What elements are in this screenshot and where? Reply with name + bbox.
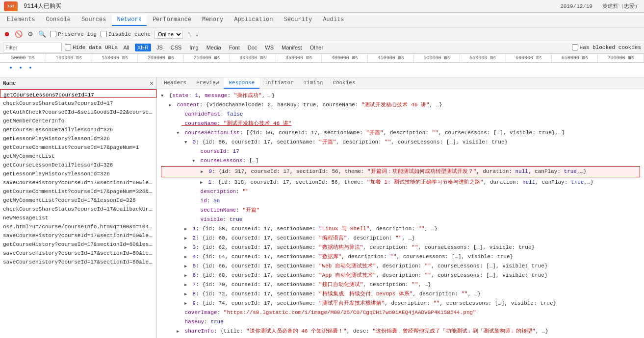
request-item-12[interactable]: getMyCommentList?courseId=17&lessonId=32… — [0, 195, 156, 204]
request-item-3[interactable]: getMemberCenterInfo — [0, 116, 156, 124]
filter-font-button[interactable]: Font — [227, 44, 242, 51]
expand-icon[interactable] — [192, 157, 197, 166]
filter-media-button[interactable]: Media — [204, 44, 224, 51]
request-item-4[interactable]: getCourseLessonDetail?lessonId=326 — [0, 124, 156, 133]
has-blocked-cookies-label[interactable]: Has blocked cookies — [572, 44, 641, 50]
json-section-4[interactable]: 4: {id: 64, courseId: 17, sectionName: "… — [161, 252, 640, 262]
throttle-select[interactable]: Online — [155, 30, 183, 39]
expand-icon[interactable] — [184, 281, 189, 290]
json-section-0[interactable]: 0: {id: 56, courseId: 17, sectionName: "… — [161, 138, 640, 147]
json-lesson-1[interactable]: 1: {id: 318, courseId: 17, sectionId: 56… — [161, 178, 640, 187]
expand-icon[interactable] — [184, 225, 189, 234]
clear-button[interactable]: 🚫 — [15, 30, 23, 38]
expand-icon[interactable] — [184, 262, 189, 271]
expand-icon[interactable] — [177, 129, 181, 138]
tab-initiator[interactable]: Initiator — [259, 77, 298, 89]
request-item-19[interactable]: saveCourseHistory?courseId=17&sectionId=… — [0, 257, 156, 266]
filter-doc-button[interactable]: Doc — [245, 44, 260, 51]
request-item-7[interactable]: getMyCommentList — [0, 151, 156, 160]
json-shareInfo[interactable]: shareInfo: {title: "送你测试人员必备的 46 个知识锦囊！"… — [161, 327, 640, 336]
tab-headers[interactable]: Headers — [159, 77, 191, 89]
request-item-14[interactable]: newMessageList — [0, 213, 156, 221]
request-item-15[interactable]: oss.html?u=/course/courseInfo.htm&q=100&… — [0, 221, 156, 230]
expand-icon[interactable] — [184, 138, 189, 147]
tab-elements[interactable]: Elements — [2, 14, 40, 26]
preserve-log-checkbox[interactable] — [50, 31, 56, 37]
expand-icon[interactable] — [184, 299, 189, 308]
request-item-17[interactable]: getCourseHistory?courseId=17&sectionId=6… — [0, 239, 156, 248]
tab-timing[interactable]: Timing — [299, 77, 328, 89]
tab-response[interactable]: Response — [224, 77, 259, 89]
request-item-6[interactable]: getCourseCommentList?courseId=17&pageNum… — [0, 142, 156, 151]
record-button[interactable]: ⏺ — [3, 30, 11, 38]
expand-icon[interactable] — [184, 253, 189, 262]
json-section-3[interactable]: 3: {id: 62, courseId: 17, sectionName: "… — [161, 243, 640, 252]
filter-other-button[interactable]: Other — [308, 44, 326, 51]
tab-cookies[interactable]: Cookies — [328, 77, 360, 89]
tab-console[interactable]: Console — [41, 14, 76, 26]
timeline-dots — [0, 63, 644, 77]
json-courseSectionList[interactable]: courseSectionList: [{id: 56, courseId: 1… — [161, 128, 640, 138]
json-courseLessons[interactable]: courseLessons: […] — [161, 156, 640, 166]
filter-ws-button[interactable]: WS — [262, 44, 276, 51]
expand-icon[interactable] — [200, 178, 205, 187]
tab-preview[interactable]: Preview — [191, 77, 224, 89]
expand-icon[interactable] — [184, 243, 189, 252]
request-item-5[interactable]: getLessonPlayHistory?lessonId=326 — [0, 133, 156, 142]
left-panel: Name ✕ getCourseLessons?courseId=17 chec… — [0, 77, 157, 338]
request-item-2[interactable]: getAuthCheck?courseCId=&sellGoodsId=22&c… — [0, 107, 156, 116]
expand-icon[interactable] — [184, 234, 189, 243]
tab-memory[interactable]: Memory — [197, 14, 228, 26]
json-section-9[interactable]: 9: {id: 74, courseId: 17, sectionName: "… — [161, 299, 640, 308]
json-section-2[interactable]: 2: {id: 60, courseId: 17, sectionName: "… — [161, 234, 640, 243]
filter-toggle-button[interactable]: ⚙ — [26, 30, 34, 38]
json-root[interactable]: {state: 1, message: "操作成功", …} — [161, 91, 640, 100]
json-section-8[interactable]: 8: {id: 72, courseId: 17, sectionName: "… — [161, 290, 640, 299]
filter-js-button[interactable]: JS — [154, 44, 165, 51]
expand-icon[interactable] — [184, 290, 189, 299]
json-content[interactable]: content: {videoChannelCode: 2, hasBuy: t… — [161, 100, 640, 110]
hide-data-urls-checkbox[interactable] — [65, 44, 71, 50]
tab-audits[interactable]: Audits — [318, 14, 349, 26]
filter-xhr-button[interactable]: XHR — [135, 44, 151, 51]
download-icon[interactable]: ↓ — [195, 30, 199, 38]
request-item-18[interactable]: saveCourseHistory?courseId=17&sectionId=… — [0, 248, 156, 257]
preserve-log-label[interactable]: Preserve log — [50, 31, 97, 37]
expand-icon[interactable] — [184, 271, 189, 280]
request-item-1[interactable]: checkCourseShareStatus?courseId=17 — [0, 98, 156, 107]
tab-sources[interactable]: Sources — [77, 14, 111, 26]
request-item-11[interactable]: getCourseCommentList?courseId=17&pageNum… — [0, 186, 156, 195]
tab-performance[interactable]: Performance — [148, 14, 196, 26]
filter-manifest-button[interactable]: Manifest — [279, 44, 305, 51]
json-lesson-0-highlighted[interactable]: 0: {id: 317, courseId: 17, sectionId: 56… — [161, 166, 640, 177]
close-panel-button[interactable]: ✕ — [150, 79, 154, 87]
search-button[interactable]: 🔍 — [38, 30, 46, 38]
expand-icon[interactable] — [201, 168, 206, 176]
json-section-7[interactable]: 7: {id: 70, courseId: 17, sectionName: "… — [161, 280, 640, 290]
expand-icon[interactable] — [169, 101, 174, 110]
expand-icon[interactable] — [177, 327, 181, 336]
disable-cache-checkbox[interactable] — [101, 31, 107, 37]
request-item-9[interactable]: getLessonPlayHistory?lessonId=326 — [0, 169, 156, 177]
request-item-0[interactable]: getCourseLessons?courseId=17 — [0, 89, 156, 98]
request-item-10[interactable]: saveCourseHistory?courseId=17&sectionId=… — [0, 177, 156, 186]
json-lesson-0[interactable]: 0: {id: 317, courseId: 17, sectionId: 56… — [161, 167, 640, 176]
json-section-5[interactable]: 5: {id: 66, courseId: 17, sectionName: "… — [161, 262, 640, 271]
filter-img-button[interactable]: Img — [187, 44, 201, 51]
hide-data-urls-label[interactable]: Hide data URLs — [65, 44, 118, 50]
request-item-8[interactable]: getCourseLessonDetail?lessonId=326 — [0, 160, 156, 169]
request-item-16[interactable]: saveCourseHistory?courseId=17&sectionId=… — [0, 230, 156, 239]
json-section-6[interactable]: 6: {id: 68, courseId: 17, sectionName: "… — [161, 271, 640, 280]
has-blocked-cookies-checkbox[interactable] — [572, 44, 578, 50]
filter-all-button[interactable]: All — [121, 44, 131, 51]
tab-network[interactable]: Network — [112, 14, 146, 26]
tab-security[interactable]: Security — [279, 14, 317, 26]
disable-cache-label[interactable]: Disable cache — [101, 31, 151, 37]
tab-application[interactable]: Application — [229, 14, 278, 26]
request-item-13[interactable]: checkCourseShareStatus?courseId=17&callb… — [0, 204, 156, 213]
expand-icon[interactable] — [161, 92, 166, 100]
filter-css-button[interactable]: CSS — [168, 44, 184, 51]
filter-input[interactable] — [3, 43, 62, 52]
json-section-1[interactable]: 1: {id: 58, courseId: 17, sectionName: "… — [161, 224, 640, 234]
upload-icon[interactable]: ↑ — [187, 30, 191, 38]
